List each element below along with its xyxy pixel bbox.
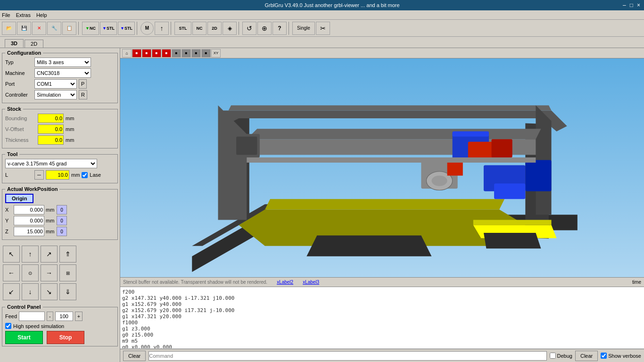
tb-stl3[interactable]: STL [174, 22, 191, 35]
vt-gray3[interactable]: ■ [191, 49, 201, 58]
console-toolbar: Clear Debug Clear Show verbose [120, 349, 644, 362]
feed-plus-btn[interactable]: + [75, 312, 83, 321]
highspeed-checkbox[interactable] [5, 323, 11, 329]
tb-m[interactable]: M [140, 22, 154, 35]
thickness-unit: mm [66, 137, 74, 143]
jog-grid[interactable]: ⊞ [59, 264, 76, 281]
maximize-btn[interactable]: □ [630, 2, 633, 8]
minimize-btn[interactable]: – [623, 2, 626, 8]
y-unit: mm [46, 218, 55, 223]
jog-zdown[interactable]: ⇓ [59, 283, 76, 300]
tool-minus-btn[interactable]: ─ [34, 170, 44, 180]
tb-save[interactable]: 💾 [17, 22, 31, 35]
tb-arrow-up[interactable]: ↑ [155, 22, 169, 35]
port-select[interactable]: COM1 [34, 79, 77, 89]
x-input[interactable] [14, 205, 44, 214]
vt-red2[interactable]: ■ [142, 49, 151, 58]
z-input[interactable] [14, 227, 44, 236]
tb-wrench[interactable]: 🔧 [47, 22, 61, 35]
jog-left[interactable]: ← [3, 264, 20, 281]
y-zero-btn[interactable]: 0 [57, 216, 67, 225]
vt-gray2[interactable]: ■ [182, 49, 191, 58]
z-unit: mm [46, 229, 55, 234]
voffset-row: V-Offset 0.0 mm [5, 124, 115, 134]
jog-center[interactable]: ⊙ [22, 264, 39, 281]
viewer-status-bar: Stencil buffer not available. Transparen… [120, 277, 644, 287]
tb-scissors[interactable]: ✂ [316, 22, 330, 35]
origin-btn[interactable]: Origin [5, 194, 33, 203]
3d-viewer[interactable] [120, 58, 644, 277]
console-clear-btn[interactable]: Clear [123, 351, 146, 361]
stop-button[interactable]: Stop [47, 331, 84, 344]
z-zero-btn[interactable]: 0 [57, 227, 67, 236]
highspeed-row: High speed simulation [5, 323, 115, 329]
jog-down[interactable]: ↓ [22, 283, 39, 300]
tb-2d[interactable]: 2D [207, 22, 222, 35]
vt-xy[interactable]: XY [211, 49, 221, 58]
tab-3d[interactable]: 3D [5, 39, 24, 48]
tb-rotate[interactable]: ↺ [242, 22, 256, 35]
jog-dr[interactable]: ↘ [41, 283, 58, 300]
vt-gray1[interactable]: ■ [172, 49, 181, 58]
menu-extras[interactable]: Extras [16, 12, 31, 18]
console-clear2-btn[interactable]: Clear [575, 351, 598, 361]
vt-red3[interactable]: ■ [152, 49, 161, 58]
menu-file[interactable]: File [2, 12, 10, 18]
controller-select[interactable]: Simulation [34, 90, 77, 99]
tb-stl1[interactable]: ▼STL [100, 22, 117, 35]
controller-label: Controller [5, 92, 33, 98]
jog-dl[interactable]: ↙ [3, 283, 20, 300]
svg-marker-9 [247, 129, 541, 139]
svg-marker-5 [229, 105, 552, 110]
svg-rect-25 [447, 163, 463, 176]
tb-close[interactable]: ✕ [32, 22, 46, 35]
lase-checkbox[interactable] [82, 172, 88, 178]
vt-home[interactable]: ⌂ [122, 49, 132, 58]
jog-up[interactable]: ↑ [22, 246, 39, 263]
jog-ur[interactable]: ↗ [41, 246, 58, 263]
y-input[interactable] [14, 216, 44, 225]
jog-zup[interactable]: ⇑ [59, 246, 76, 263]
tb-move[interactable]: ⊕ [257, 22, 272, 35]
tb-help[interactable]: ? [272, 22, 287, 35]
console-command-input[interactable] [149, 351, 546, 361]
vt-red1[interactable]: ■ [132, 49, 141, 58]
tb-single[interactable]: Single [292, 22, 315, 35]
verbose-checkbox[interactable] [601, 353, 607, 359]
close-btn[interactable]: × [637, 2, 640, 8]
voffset-input[interactable]: 0.0 [38, 124, 64, 134]
debug-checkbox[interactable] [550, 353, 556, 359]
bounding-input[interactable]: 0.0 [38, 114, 64, 123]
thickness-input[interactable]: 0.0 [38, 135, 64, 145]
z-coord-row: Z mm 0 [5, 227, 115, 236]
jog-right[interactable]: → [41, 264, 58, 281]
port-p-btn[interactable]: P [79, 79, 87, 89]
start-button[interactable]: Start [5, 331, 43, 344]
vt-red4[interactable]: ■ [162, 49, 171, 58]
controller-r-btn[interactable]: R [79, 90, 87, 99]
tb-open[interactable]: 📂 [2, 22, 16, 35]
tab-2d[interactable]: 2D [25, 40, 43, 48]
xlabel-link[interactable]: xLabel2 [277, 280, 293, 285]
menu-help[interactable]: Help [36, 12, 47, 18]
tb-nc[interactable]: ▼NC [82, 22, 99, 35]
tb-stl2[interactable]: ▼STL [118, 22, 135, 35]
svg-rect-16 [453, 132, 489, 137]
feed-value[interactable] [55, 312, 73, 321]
ylabel-link[interactable]: xLabel3 [303, 280, 319, 285]
vt-gray4[interactable]: ■ [201, 49, 211, 58]
tool-l-input[interactable] [46, 170, 69, 180]
tool-select[interactable]: v-carve 3.175mm 45 grad [5, 159, 97, 168]
typ-select[interactable]: Mills 3 axes [34, 58, 91, 67]
feed-minus-btn[interactable]: - [47, 312, 53, 321]
jog-ul[interactable]: ↖ [3, 246, 20, 263]
y-coord-row: Y mm 0 [5, 216, 115, 225]
titlebar: GrblGru V3.49.0 Just another grbl-viewer… [0, 0, 644, 10]
machine-select[interactable]: CNC3018 [34, 68, 91, 78]
console-output[interactable]: f200 g2 x147.321 y40.000 i-17.321 j10.00… [120, 287, 644, 349]
tb-eye[interactable]: ◈ [223, 22, 237, 35]
x-zero-btn[interactable]: 0 [57, 205, 67, 214]
feed-input[interactable] [19, 312, 45, 321]
tb-clipboard[interactable]: 📋 [62, 22, 76, 35]
tb-nc2[interactable]: NC [192, 22, 206, 35]
